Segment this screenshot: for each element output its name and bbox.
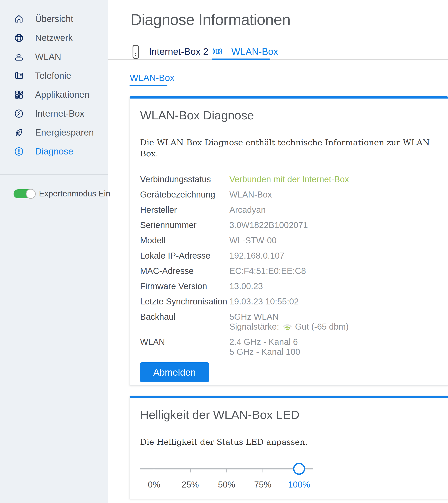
table-row: Lokale IP-Adresse 192.168.0.107 — [140, 251, 437, 261]
slider-label-75: 75% — [254, 480, 271, 489]
sidebar-divider — [0, 174, 108, 175]
exclamation-circle-icon — [14, 146, 24, 157]
sidebar-item-uebersicht[interactable]: Übersicht — [0, 9, 108, 28]
wlan-line2: 5 GHz - Kanal 100 — [229, 347, 300, 357]
slider-tick-0 — [154, 470, 154, 472]
toggle-knob[interactable] — [26, 189, 36, 199]
signal-quality-value: Gut (-65 dbm) — [295, 322, 349, 331]
globe-plug-icon — [14, 109, 24, 119]
table-row: MAC-Adresse EC:F4:51:E0:EE:C8 — [140, 266, 437, 276]
active-tab-underline — [212, 59, 270, 60]
sidebar-item-label: Netzwerk — [35, 33, 73, 43]
wifi-router-icon — [14, 52, 24, 62]
sidebar-item-label: WLAN — [35, 52, 61, 62]
wlan-line1: 2.4 GHz - Kanal 6 — [229, 337, 300, 347]
expert-mode-toggle[interactable] — [14, 189, 35, 198]
active-subtab-underline — [129, 85, 167, 86]
table-row: Gerätebezeichnung WLAN-Box — [140, 189, 437, 199]
sidebar-item-wlan[interactable]: WLAN — [0, 47, 108, 66]
home-icon — [14, 14, 24, 24]
sidebar-item-internet-box[interactable]: Internet-Box — [0, 104, 108, 123]
sidebar-item-netzwerk[interactable]: Netzwerk — [0, 28, 108, 47]
globe-icon — [14, 33, 24, 43]
tab-wlan-box[interactable]: WLAN-Box — [231, 46, 278, 57]
backhaul-line1: 5GHz WLAN — [229, 312, 349, 322]
wlan-box-device-icon[interactable] — [211, 45, 223, 58]
tabs-separator — [108, 59, 448, 60]
sidebar-nav: Übersicht Netzwerk WLAN — [0, 0, 108, 161]
slider-label-50: 50% — [218, 480, 235, 489]
sidebar: Übersicht Netzwerk WLAN — [0, 0, 108, 503]
sidebar-item-applikationen[interactable]: Applikationen — [0, 85, 108, 104]
table-row: Modell WL-STW-00 — [140, 235, 437, 245]
led-card-heading: Helligkeit der WLAN-Box LED — [140, 408, 437, 422]
apps-grid-icon — [14, 90, 24, 100]
sidebar-item-label: Übersicht — [35, 14, 73, 24]
sidebar-item-label: Energiesparen — [35, 127, 94, 138]
diagnose-card-description: Die WLAN-Box Diagnose enthält technische… — [140, 137, 437, 159]
sidebar-item-telefonie[interactable]: Telefonie — [0, 66, 108, 85]
table-row: Hersteller Arcadyan — [140, 205, 437, 215]
slider-label-25: 25% — [182, 480, 199, 489]
sidebar-item-label: Applikationen — [35, 90, 89, 100]
sidebar-item-label: Internet-Box — [35, 109, 84, 119]
wifi-signal-icon — [282, 323, 292, 330]
signal-prefix: Signalstärke: — [229, 322, 279, 331]
sidebar-item-label: Telefonie — [35, 71, 71, 81]
diagnose-card: WLAN-Box Diagnose Die WLAN-Box Diagnose … — [129, 96, 448, 386]
tab-internet-box-2[interactable]: Internet-Box 2 — [149, 46, 208, 57]
phone-icon — [14, 71, 24, 81]
slider-tick-50 — [226, 470, 227, 472]
diagnose-table: Verbindungsstatus Verbunden mit der Inte… — [140, 174, 437, 357]
leaf-icon — [14, 127, 24, 138]
table-row: Firmware Version 13.00.23 — [140, 281, 437, 291]
slider-tick-25 — [190, 470, 191, 472]
page-title: Diagnose Informationen — [131, 11, 290, 28]
slider-label-100: 100% — [288, 480, 310, 489]
slider-tick-75 — [262, 470, 263, 472]
logout-button[interactable]: Abmelden — [140, 362, 209, 382]
table-row: Verbindungsstatus Verbunden mit der Inte… — [140, 174, 437, 184]
sidebar-item-label: Diagnose — [35, 146, 73, 157]
subtab-wlan-box[interactable]: WLAN-Box — [130, 73, 175, 83]
led-card-description: Die Helligkeit der Status LED anpassen. — [140, 436, 437, 447]
internet-box-device-icon[interactable] — [132, 44, 139, 59]
slider-label-0: 0% — [148, 480, 160, 489]
slider-handle[interactable] — [293, 463, 305, 475]
table-row: Seriennummer 3.0W1822B1002071 — [140, 220, 437, 230]
sidebar-item-diagnose[interactable]: Diagnose — [0, 142, 108, 161]
table-row-backhaul: Backhaul 5GHz WLAN Signalstärke: Gut (- — [140, 312, 437, 331]
subtabs-separator — [167, 86, 448, 86]
connection-status-value: Verbunden mit der Internet-Box — [229, 174, 349, 184]
expert-mode-label: Expertenmodus Ein — [39, 189, 110, 198]
sidebar-item-energiesparen[interactable]: Energiesparen — [0, 123, 108, 142]
led-brightness-card: Helligkeit der WLAN-Box LED Die Helligke… — [129, 396, 448, 499]
table-row-wlan: WLAN 2.4 GHz - Kanal 6 5 GHz - Kanal 100 — [140, 337, 437, 357]
table-row: Letzte Synchronisation 19.03.23 10:55:02 — [140, 297, 437, 306]
led-brightness-slider: 0% 25% 50% 75% 100% — [140, 468, 313, 494]
expert-mode-row: Expertenmodus Ein — [14, 189, 110, 198]
diagnose-card-heading: WLAN-Box Diagnose — [140, 108, 437, 123]
